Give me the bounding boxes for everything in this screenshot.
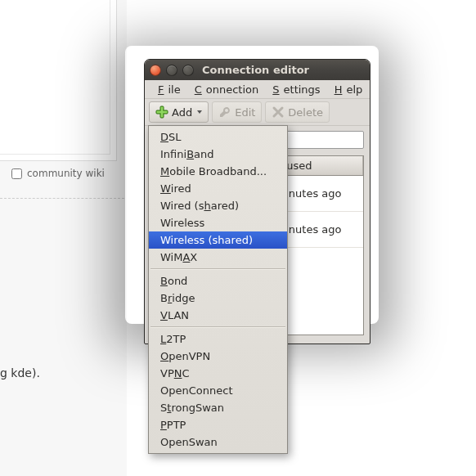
chevron-down-icon <box>197 110 202 114</box>
menu-item-openconnect[interactable]: OpenConnect <box>149 382 287 399</box>
menu-item-strongswan[interactable]: StrongSwan <box>149 399 287 416</box>
window-maximize-button[interactable] <box>182 65 194 76</box>
delete-button[interactable]: Delete <box>265 101 330 123</box>
window-close-button[interactable] <box>150 65 161 76</box>
menu-file[interactable]: File <box>150 80 185 99</box>
menu-item-bond[interactable]: Bond <box>149 272 287 290</box>
plus-icon <box>155 106 168 119</box>
menu-separator <box>150 326 285 328</box>
menu-item-openswan[interactable]: OpenSwan <box>149 433 287 451</box>
menu-settings[interactable]: Settings <box>264 80 324 99</box>
menu-help[interactable]: Help <box>326 80 367 99</box>
menu-connection[interactable]: Connection <box>186 80 263 99</box>
menu-item-pptp[interactable]: PPTP <box>149 416 287 433</box>
titlebar[interactable]: Connection editor <box>145 60 370 80</box>
wrench-icon <box>218 106 231 119</box>
menu-separator <box>150 268 285 270</box>
add-dropdown-menu: DSLInfiniBandMobile Broadband...WiredWir… <box>148 125 288 454</box>
x-icon <box>272 106 285 119</box>
menu-item-infiniband[interactable]: InfiniBand <box>149 146 287 163</box>
menu-item-mobile-broadband[interactable]: Mobile Broadband... <box>149 163 287 180</box>
menu-item-wireless-shared[interactable]: Wireless (shared) <box>149 231 287 249</box>
menu-item-bridge[interactable]: Bridge <box>149 290 287 307</box>
menu-item-wimax[interactable]: WiMAX <box>149 249 287 266</box>
edit-button[interactable]: Edit <box>212 101 262 123</box>
window-minimize-button[interactable] <box>166 65 177 76</box>
menu-item-vpnc[interactable]: VPNC <box>149 365 287 382</box>
delete-button-label: Delete <box>288 106 323 119</box>
page-sidebar-box-inner <box>0 0 110 155</box>
window-title: Connection editor <box>202 64 309 76</box>
menu-item-wired-shared[interactable]: Wired (shared) <box>149 197 287 214</box>
community-wiki-checkbox-label[interactable]: community wiki <box>11 168 105 179</box>
add-button-label: Add <box>172 106 192 119</box>
menubar: File Connection Settings Help <box>145 80 370 99</box>
add-button[interactable]: Add <box>149 101 209 123</box>
edit-button-label: Edit <box>235 106 255 119</box>
community-wiki-text: community wiki <box>27 168 105 179</box>
svg-rect-3 <box>157 111 168 114</box>
page-kde-fragment: g kde). <box>0 366 40 379</box>
community-wiki-checkbox[interactable] <box>11 168 22 179</box>
menu-item-vlan[interactable]: VLAN <box>149 307 287 324</box>
menu-item-openvpn[interactable]: OpenVPN <box>149 348 287 365</box>
toolbar: Add Edit Delete <box>145 99 370 126</box>
menu-item-wired[interactable]: Wired <box>149 180 287 197</box>
menu-item-l2tp[interactable]: L2TP <box>149 330 287 348</box>
menu-item-wireless[interactable]: Wireless <box>149 214 287 231</box>
dashed-divider <box>0 198 124 199</box>
menu-item-dsl[interactable]: DSL <box>149 128 287 146</box>
